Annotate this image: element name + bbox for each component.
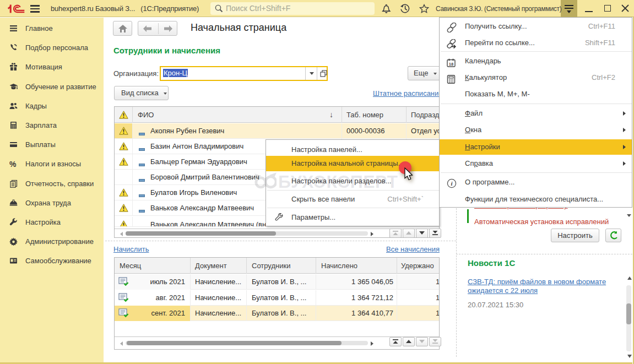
svg-text:%: %: [9, 160, 17, 168]
svg-text:18: 18: [449, 61, 453, 66]
svg-text:i: i: [451, 180, 453, 187]
